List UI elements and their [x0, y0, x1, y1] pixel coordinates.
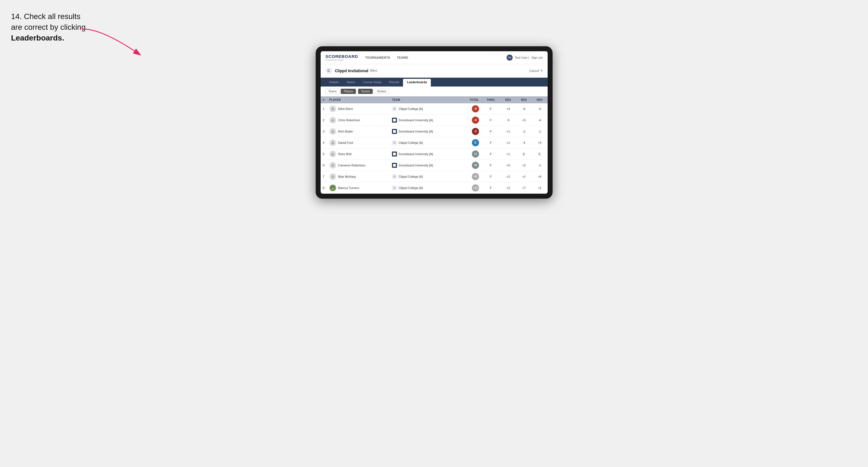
main-nav: TOURNAMENTS TEAMS [365, 55, 506, 60]
svg-point-7 [332, 152, 334, 154]
team-logo: C [392, 140, 397, 145]
cell-rank: 5 [321, 148, 327, 159]
cell-rank: 2 [321, 114, 327, 126]
cell-thru: F [481, 126, 500, 137]
svg-point-4 [332, 130, 334, 131]
score-badge: +9 [472, 173, 479, 180]
cell-team: Scoreboard University [A] [390, 126, 460, 137]
col-total: TOTAL [460, 96, 481, 103]
table-row: 1Elliot EbertCClippd College [A]-8F+3-6-… [321, 103, 548, 115]
table-row: 8🧑Marcus TurnersCClippd College [A]+11F+… [321, 182, 548, 193]
cell-player: Rees Britt [327, 148, 390, 159]
cell-rd2: -4 [516, 137, 532, 148]
score-badge: +1 [472, 150, 479, 158]
player-avatar [330, 128, 336, 135]
col-rank: # [321, 96, 327, 103]
close-icon: ✕ [540, 69, 543, 72]
cell-thru: F [481, 182, 500, 193]
tab-results[interactable]: Results [385, 78, 403, 87]
cell-rd3: -1 [532, 126, 547, 137]
svg-rect-10 [393, 164, 396, 167]
tournament-title: Clippd Invitational [335, 69, 368, 73]
tab-teams[interactable]: Teams [342, 78, 359, 87]
table-row: 4David FordCClippd College [A]EF+1-4+3 [321, 137, 548, 148]
tournament-badge: (Men) [370, 69, 377, 72]
team-name: Clippd College [A] [399, 186, 423, 190]
team-name: Clippd College [A] [399, 175, 423, 178]
tab-course-setup[interactable]: Course Setup [359, 78, 385, 87]
cell-rd2: -2 [516, 126, 532, 137]
player-avatar [330, 117, 336, 123]
cell-thru: F [481, 159, 500, 171]
filter-teams-button[interactable]: Teams [326, 89, 340, 94]
leaderboard-table: # PLAYER TEAM TOTAL THRU RD1 RD2 RD3 1El… [321, 96, 548, 194]
cell-team: Scoreboard University [A] [390, 114, 460, 126]
score-badge: -8 [472, 105, 479, 113]
score-badge: +11 [472, 184, 479, 191]
table-header-row: # PLAYER TEAM TOTAL THRU RD1 RD2 RD3 [321, 96, 548, 103]
team-name: Clippd College [A] [399, 141, 423, 144]
cell-thru: F [481, 137, 500, 148]
cell-rank: 4 [321, 137, 327, 148]
player-avatar [330, 151, 336, 157]
cell-rank: 1 [321, 103, 327, 115]
cell-player: 🧑Marcus Turners [327, 182, 390, 193]
tournament-icon: C [326, 67, 332, 74]
nav-teams[interactable]: TEAMS [396, 55, 409, 60]
col-thru: THRU [481, 96, 500, 103]
tab-leaderboards[interactable]: Leaderboards [403, 79, 431, 87]
cell-rd1: -5 [500, 114, 516, 126]
score-badge: E [472, 139, 479, 146]
cell-total: -2 [460, 126, 481, 137]
tablet-screen: SCOREBOARD Powered by clippd TOURNAMENTS… [321, 51, 548, 194]
cell-rd1: +2 [500, 182, 516, 193]
svg-point-2 [332, 119, 334, 120]
team-name: Clippd College [A] [399, 107, 423, 111]
nav-tournaments[interactable]: TOURNAMENTS [365, 55, 391, 60]
player-name: Chris Robertson [338, 119, 360, 122]
cell-rank: 6 [321, 159, 327, 171]
tablet-frame: SCOREBOARD Powered by clippd TOURNAMENTS… [316, 46, 553, 199]
team-logo [392, 163, 397, 168]
player-name: Rees Britt [338, 152, 351, 156]
svg-rect-8 [393, 153, 396, 155]
instruction-line3: Leaderboards. [11, 34, 64, 42]
cell-rd3: -5 [532, 103, 547, 115]
cell-team: Scoreboard University [A] [390, 159, 460, 171]
cell-team: CClippd College [A] [390, 103, 460, 115]
player-name: Cameron Robertson [338, 164, 366, 167]
filter-scores-button[interactable]: Scores [358, 89, 373, 94]
table-row: 6Cameron RobertsonScoreboard University … [321, 159, 548, 171]
cancel-button[interactable]: Cancel ✕ [529, 69, 542, 72]
cell-rd1: +5 [500, 159, 516, 171]
cell-rd3: +3 [532, 137, 547, 148]
filter-players-button[interactable]: Players [341, 89, 356, 94]
cell-rd2: +5 [516, 114, 532, 126]
cell-thru: F [481, 171, 500, 182]
instruction-line1: 14. Check all results [11, 12, 81, 21]
cell-rd3: +2 [532, 182, 547, 193]
cell-rd3: E [532, 148, 547, 159]
cell-player: Elliot Ebert [327, 103, 390, 115]
player-name: Elliot Ebert [338, 107, 353, 111]
cell-rd3: -4 [532, 114, 547, 126]
cell-thru: F [481, 103, 500, 115]
cell-rd1: +2 [500, 171, 516, 182]
cell-thru: F [481, 114, 500, 126]
player-avatar: 🧑 [330, 185, 336, 191]
svg-point-11 [332, 175, 334, 177]
player-avatar [330, 173, 336, 180]
cell-rd2: +2 [516, 159, 532, 171]
player-avatar [330, 105, 336, 112]
table-row: 7Blair McHargCClippd College [A]+9F+2+1+… [321, 171, 548, 182]
player-name: David Ford [338, 141, 353, 144]
team-logo: C [392, 106, 397, 111]
cell-player: Cameron Robertson [327, 159, 390, 171]
sign-out-link[interactable]: Sign out [531, 56, 542, 59]
cell-team: Scoreboard University [A] [390, 148, 460, 159]
instruction-line2: are correct by clicking [11, 23, 86, 31]
filter-strokes-button[interactable]: Strokes [374, 89, 389, 94]
tab-details[interactable]: Details [326, 78, 343, 87]
cell-total: E [460, 137, 481, 148]
svg-point-6 [332, 141, 334, 143]
